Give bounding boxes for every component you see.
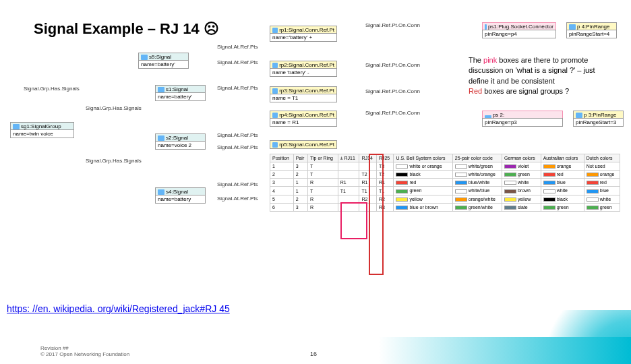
lbl-srpoc3: Signal.Ref.Pt.On.Conn xyxy=(365,88,420,94)
box-ps1n: pinRange=p4 xyxy=(482,30,556,38)
footer: Revision ##© 2017 Open Networking Founda… xyxy=(0,337,631,364)
table-header: German colors xyxy=(502,154,541,162)
box-p4n: pinRangeStart=4 xyxy=(566,30,617,38)
box-ps2n: pinRange=p3 xyxy=(482,118,563,127)
table-header: Dutch colors xyxy=(584,154,620,162)
note-text: The pink boxes are there to promote disc… xyxy=(469,55,603,97)
lbl-sghs3: Signal.Grp.Has.Signals xyxy=(86,158,142,164)
lbl-sarp2: Signal.At.Ref.Pts xyxy=(217,59,258,65)
lbl-sghs1: Signal.Grp.Has.Signals xyxy=(24,86,80,92)
lbl-srpoc2: Signal.Ref.Pt.On.Conn xyxy=(365,62,420,68)
table-header: U.S. Bell System colors xyxy=(394,154,452,162)
table-header: ± RJ11 xyxy=(338,154,359,162)
box-s4n: name=battery xyxy=(155,195,206,204)
footer-left: Revision ##© 2017 Open Networking Founda… xyxy=(40,345,129,357)
table-row: 63RR3blue or browngreen/whiteslategreeng… xyxy=(270,203,620,211)
table-header: Pair xyxy=(293,154,307,162)
table-header: Position xyxy=(270,154,294,162)
slide: Signal Example – RJ 14 ☹ The pink boxes … xyxy=(0,0,631,364)
table-row: 31RR1R1R1redblue/whitewhitebluered xyxy=(270,179,620,187)
lbl-sarp4: Signal.At.Ref.Pts xyxy=(217,132,258,138)
box-s2n: name=voice 2 xyxy=(155,141,206,150)
lbl-sarp3: Signal.At.Ref.Pts xyxy=(217,85,258,91)
box-s1n: name=battery' xyxy=(155,92,206,101)
table-header: Tip or Ring xyxy=(308,154,338,162)
lbl-srpoc1: Signal.Ref.Pt.On.Conn xyxy=(365,22,420,28)
box-p3n: pinRangeStart=3 xyxy=(573,118,624,127)
lbl-sarp5: Signal.At.Ref.Pts xyxy=(217,144,258,150)
pinout-table: PositionPairTip or Ring± RJ11RJ14RJ25U.S… xyxy=(270,154,620,212)
box-rp1n: name='battery' + xyxy=(270,33,337,42)
table-header: RJ25 xyxy=(376,154,393,162)
table-header: 25-pair color code xyxy=(452,154,502,162)
lbl-sarp6: Signal.At.Ref.Pts xyxy=(217,181,258,187)
table-header: Australian colors xyxy=(541,154,584,162)
lbl-sarp7: Signal.At.Ref.Pts xyxy=(217,195,258,202)
table-row: 13TT3white or orangewhite/greenvioletora… xyxy=(270,162,620,171)
table-row: 52RR2R2yelloworange/whiteyellowblackwhit… xyxy=(270,195,620,203)
page-number: 16 xyxy=(310,351,317,357)
pink-word: pink xyxy=(483,56,497,64)
wiki-link[interactable]: https: //en. wikipedia. org/wiki/Registe… xyxy=(7,303,230,314)
box-s5n: name=battery' xyxy=(138,60,189,69)
table-row: 22TT2T2blackwhite/orangegreenredorange xyxy=(270,171,620,179)
table-header: RJ14 xyxy=(359,154,376,162)
box-rp5: rp5:Signal.Conn.Ref.Pt xyxy=(270,140,337,149)
lbl-sghs2: Signal.Grp.Has.Signals xyxy=(86,105,142,111)
table-row: 41TT1T1T1greenwhite/bluebrownwhiteblue xyxy=(270,187,620,195)
red-word: Red xyxy=(469,87,482,95)
box-rp2n: name 'battery' - xyxy=(270,68,337,77)
box-sg1n: name=twin voice xyxy=(10,129,74,138)
lbl-srpoc4: Signal.Ref.Pt.On.Conn xyxy=(365,110,420,116)
box-rp3n: name = T1 xyxy=(270,94,337,102)
lbl-sarp1: Signal.At.Ref.Pts xyxy=(217,44,258,50)
page-title: Signal Example – RJ 14 ☹ xyxy=(34,20,219,38)
box-rp4n: name = R1 xyxy=(270,118,337,127)
